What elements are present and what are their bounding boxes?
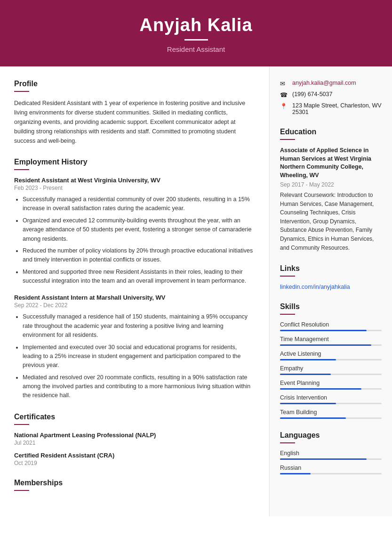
job-2-bullet-2: Implemented and executed over 30 social … bbox=[23, 343, 255, 370]
lang-bar-fill-1 bbox=[280, 473, 311, 474]
address-text: 123 Maple Street, Charleston, WV 25301 bbox=[292, 102, 382, 115]
skill-item-3: Empathy bbox=[280, 365, 382, 375]
skill-label-1: Time Management bbox=[280, 336, 382, 343]
skill-label-4: Event Planning bbox=[280, 380, 382, 386]
email-link[interactable]: anyjah.kalia@gmail.com bbox=[292, 80, 356, 86]
body: Profile Dedicated Resident Assistant wit… bbox=[0, 66, 392, 516]
job-1-bullet-2: Organized and executed 12 community-buil… bbox=[23, 216, 255, 244]
edu-coursework: Relevant Coursework: Introduction to Hum… bbox=[280, 191, 382, 252]
skill-item-1: Time Management bbox=[280, 336, 382, 346]
skill-item-0: Conflict Resolution bbox=[280, 321, 382, 331]
job-2-bullet-1: Successfully managed a residence hall of… bbox=[23, 312, 255, 340]
skills-section: Skills Conflict Resolution Time Manageme… bbox=[280, 302, 382, 419]
skill-bar-fill-2 bbox=[280, 359, 336, 360]
links-section: Links linkedin.com/in/anyjahkalia bbox=[280, 264, 382, 290]
phone-icon: ☎ bbox=[280, 91, 288, 98]
skill-bar-fill-1 bbox=[280, 344, 371, 346]
employment-section: Employment History Resident Assistant at… bbox=[14, 158, 255, 400]
skill-bar-fill-4 bbox=[280, 388, 361, 390]
address-item: 📍 123 Maple Street, Charleston, WV 25301 bbox=[280, 102, 382, 115]
cert-1: National Apartment Leasing Professional … bbox=[14, 432, 255, 446]
header: Anyjah Kalia Resident Assistant bbox=[0, 0, 392, 66]
job-2-title: Resident Assistant Intern at Marshall Un… bbox=[14, 294, 255, 301]
certificates-divider bbox=[14, 424, 29, 425]
skill-bar-fill-3 bbox=[280, 374, 331, 375]
lang-bar-fill-0 bbox=[280, 458, 367, 460]
job-2: Resident Assistant Intern at Marshall Un… bbox=[14, 294, 255, 400]
lang-label-0: English bbox=[280, 450, 382, 457]
education-section: Education Associate of Applied Science i… bbox=[280, 128, 382, 252]
skill-bar-bg-3 bbox=[280, 374, 382, 375]
skill-label-6: Team Building bbox=[280, 409, 382, 416]
employment-title: Employment History bbox=[14, 158, 255, 166]
phone-item: ☎ (199) 674-5037 bbox=[280, 91, 382, 98]
skill-bar-fill-6 bbox=[280, 417, 346, 419]
skill-label-3: Empathy bbox=[280, 365, 382, 372]
languages-title: Languages bbox=[280, 431, 382, 440]
skill-item-6: Team Building bbox=[280, 409, 382, 419]
skills-divider bbox=[280, 314, 295, 315]
profile-title: Profile bbox=[14, 80, 255, 88]
location-icon: 📍 bbox=[280, 103, 288, 110]
job-2-dates: Sep 2022 - Dec 2022 bbox=[14, 302, 255, 309]
languages-divider bbox=[280, 442, 295, 443]
resume-page: Anyjah Kalia Resident Assistant Profile … bbox=[0, 0, 392, 555]
candidate-name: Anyjah Kalia bbox=[9, 15, 383, 35]
skill-bar-bg-5 bbox=[280, 403, 382, 404]
skills-title: Skills bbox=[280, 302, 382, 311]
lang-bar-bg-0 bbox=[280, 458, 382, 460]
candidate-title: Resident Assistant bbox=[9, 45, 383, 53]
skill-bar-bg-2 bbox=[280, 359, 382, 360]
skill-bar-fill-5 bbox=[280, 403, 336, 404]
linkedin-link[interactable]: linkedin.com/in/anyjahkalia bbox=[280, 284, 350, 290]
left-column: Profile Dedicated Resident Assistant wit… bbox=[0, 66, 270, 516]
certificates-section: Certificates National Apartment Leasing … bbox=[14, 413, 255, 466]
skills-list: Conflict Resolution Time Management Acti… bbox=[280, 321, 382, 419]
phone-text: (199) 674-5037 bbox=[292, 91, 332, 98]
cert-2-date: Oct 2019 bbox=[14, 460, 255, 466]
memberships-section: Memberships bbox=[14, 479, 255, 491]
skill-label-5: Crisis Intervention bbox=[280, 394, 382, 401]
languages-section: Languages English Russian bbox=[280, 431, 382, 474]
header-divider bbox=[184, 39, 208, 41]
memberships-title: Memberships bbox=[14, 479, 255, 487]
edu-degree: Associate of Applied Science in Human Se… bbox=[280, 147, 382, 180]
job-1-dates: Feb 2023 - Present bbox=[14, 185, 255, 191]
job-1-bullet-3: Reduced the number of policy violations … bbox=[23, 246, 255, 265]
skill-bar-bg-4 bbox=[280, 388, 382, 390]
skill-item-2: Active Listening bbox=[280, 351, 382, 360]
lang-bar-bg-1 bbox=[280, 473, 382, 474]
job-1-bullet-4: Mentored and supported three new Residen… bbox=[23, 268, 255, 286]
contact-section: ✉ anyjah.kalia@gmail.com ☎ (199) 674-503… bbox=[280, 80, 382, 115]
profile-text: Dedicated Resident Assistant with 1 year… bbox=[14, 98, 255, 146]
job-2-bullets: Successfully managed a residence hall of… bbox=[14, 312, 255, 400]
links-divider bbox=[280, 276, 295, 277]
right-column: ✉ anyjah.kalia@gmail.com ☎ (199) 674-503… bbox=[270, 66, 392, 516]
job-1: Resident Assistant at West Virginia Univ… bbox=[14, 177, 255, 286]
job-2-bullet-3: Mediated and resolved over 20 roommate c… bbox=[23, 373, 255, 400]
skill-label-2: Active Listening bbox=[280, 351, 382, 357]
languages-list: English Russian bbox=[280, 450, 382, 474]
education-title: Education bbox=[280, 128, 382, 136]
email-item: ✉ anyjah.kalia@gmail.com bbox=[280, 80, 382, 87]
profile-divider bbox=[14, 91, 29, 92]
memberships-divider bbox=[14, 490, 29, 491]
job-1-bullets: Successfully managed a residential commu… bbox=[14, 195, 255, 286]
cert-1-title: National Apartment Leasing Professional … bbox=[14, 432, 255, 439]
lang-label-1: Russian bbox=[280, 465, 382, 471]
cert-2-title: Certified Resident Assistant (CRA) bbox=[14, 452, 255, 459]
skill-label-0: Conflict Resolution bbox=[280, 321, 382, 328]
certificates-title: Certificates bbox=[14, 413, 255, 421]
profile-section: Profile Dedicated Resident Assistant wit… bbox=[14, 80, 255, 146]
job-1-bullet-1: Successfully managed a residential commu… bbox=[23, 195, 255, 213]
cert-1-date: Jul 2021 bbox=[14, 440, 255, 446]
lang-item-0: English bbox=[280, 450, 382, 460]
skill-bar-bg-0 bbox=[280, 330, 382, 331]
edu-dates: Sep 2017 - May 2022 bbox=[280, 181, 382, 188]
lang-item-1: Russian bbox=[280, 465, 382, 474]
skill-bar-bg-1 bbox=[280, 344, 382, 346]
links-title: Links bbox=[280, 264, 382, 273]
education-divider bbox=[280, 139, 295, 140]
skill-item-4: Event Planning bbox=[280, 380, 382, 390]
job-1-title: Resident Assistant at West Virginia Univ… bbox=[14, 177, 255, 184]
